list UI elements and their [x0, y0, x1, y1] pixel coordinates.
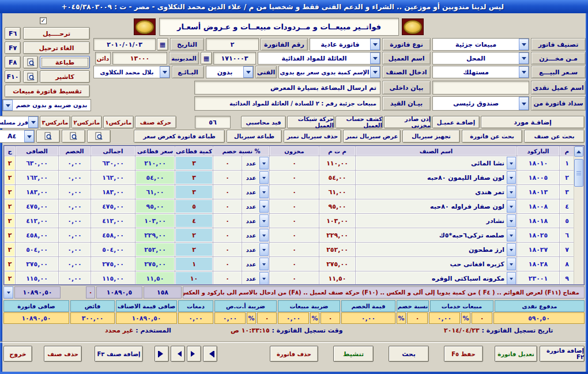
scroll-up-icon[interactable]: [574, 146, 583, 157]
chevron-down-icon[interactable]: [243, 66, 253, 78]
cell-discount-pct[interactable]: ٠: [213, 171, 242, 184]
col-header-name[interactable]: اسم الصنف: [356, 146, 517, 156]
chevron-down-icon[interactable]: [259, 157, 269, 169]
cell-discount[interactable]: ٠,٠٠: [59, 257, 91, 271]
cell-discount-pct[interactable]: ٠: [213, 257, 242, 271]
cancel-transfer-button[interactable]: الغاء ترحيل: [23, 41, 90, 54]
ats-tax-value[interactable]: ٠,٠٠: [214, 312, 246, 324]
tax-mode-dropdown[interactable]: بدون ضريبة و بدون خصم: [2, 99, 91, 111]
unit-dropdown[interactable]: عدد: [242, 257, 269, 271]
cell-barcode[interactable]: ١٨٠٢٨: [517, 257, 559, 271]
cell-price[interactable]: ٢٧٥,٠٠: [135, 257, 175, 271]
table-scrollbar[interactable]: [574, 146, 583, 284]
warehouse-dropdown[interactable]: المحل: [432, 52, 529, 65]
item-name-dropdown[interactable]: نشادر: [356, 214, 517, 228]
cell-discount-pct[interactable]: ٠: [213, 185, 242, 199]
chevron-down-icon[interactable]: [519, 39, 529, 50]
chevron-down-icon[interactable]: [160, 66, 169, 78]
totals-dropdown chevron-down-icon[interactable]: [3, 286, 13, 299]
sale-price-dropdown[interactable]: مستهلك: [432, 66, 529, 78]
cell-discount-pct[interactable]: ٠: [213, 156, 242, 170]
cell-price[interactable]: ٢٥٢,٠٠: [135, 243, 175, 256]
unit-dropdown[interactable]: عدد: [242, 271, 269, 284]
pay-from-dropdown[interactable]: صندوق رئيسى: [432, 96, 529, 111]
cell-price[interactable]: ٢٢٩,٠٠: [135, 228, 175, 242]
matrix2-button[interactable]: ماتركس٢: [71, 116, 102, 129]
cell-quantity[interactable]: ٢: [175, 243, 213, 256]
col-header-net[interactable]: الصافى: [16, 146, 58, 156]
f8-key-button[interactable]: F٨: [5, 56, 21, 69]
chevron-down-icon[interactable]: [259, 186, 269, 198]
chevron-down-icon[interactable]: [259, 272, 269, 284]
col-header-total[interactable]: اجمالى: [91, 146, 135, 156]
cell-discount-pct[interactable]: ٠: [213, 243, 242, 256]
matrix3-button[interactable]: ماتركس٣: [40, 116, 70, 129]
col-header-h[interactable]: ح: [5, 146, 15, 156]
delete-serial-button[interactable]: حذف سيريال نمبر: [284, 130, 341, 143]
technician-dropdown[interactable]: بدون: [206, 66, 254, 78]
chevron-down-icon[interactable]: [259, 200, 269, 213]
add-supplier-button[interactable]: إضافـة مورد: [481, 116, 585, 129]
seller-dropdown[interactable]: بلال محمد النكلاوى: [93, 66, 170, 78]
chevron-down-icon[interactable]: [259, 229, 269, 241]
col-header-price[interactable]: سعر قطاعى: [135, 146, 175, 156]
cell-barcode[interactable]: ١٨٠٢٧: [517, 243, 559, 256]
cell-price[interactable]: ٩٥,٠٠: [135, 199, 175, 213]
exit-button[interactable]: خروج: [3, 346, 32, 362]
discount-pct[interactable]: ٠: [407, 312, 428, 324]
chevron-down-icon[interactable]: [519, 52, 529, 64]
cell-discount-pct[interactable]: ٠: [213, 271, 242, 284]
unit-dropdown[interactable]: عدد: [242, 199, 269, 213]
item-name-dropdown[interactable]: ارز مطحون: [356, 243, 517, 256]
col-header-no[interactable]: م: [560, 146, 574, 156]
date-field[interactable]: ٢٠١٠/٠١/٠٣: [93, 38, 156, 51]
chevron-down-icon[interactable]: [370, 52, 380, 64]
unit-dropdown[interactable]: عدد: [242, 156, 269, 170]
search-button[interactable]: بحث: [389, 346, 429, 362]
col-header-discount[interactable]: الخصم: [59, 146, 91, 156]
cell-price[interactable]: ٥٤,٠٠: [135, 171, 175, 184]
search-item-button[interactable]: بحث عن صنف: [524, 130, 585, 143]
client-code-field[interactable]: ١٧١٠٠٠٣: [213, 52, 256, 65]
item-name-dropdown[interactable]: لون صفار فراوله ٨٠حبه: [356, 199, 517, 213]
services-pct[interactable]: ٠: [472, 312, 492, 324]
col-header-mtm[interactable]: م ت م: [319, 146, 355, 156]
add-invoice-button[interactable]: إضافة فاتورة F٢: [540, 346, 585, 362]
table-row[interactable]: ٢ ٤١٢,٠٠ ٠,٠٠ ٤١٢,٠٠ ١٠٣,٠٠ ٤ ٠ عدد ٠ ١٠…: [5, 214, 574, 228]
print-button[interactable]: طباعة: [40, 56, 90, 69]
cell-barcode[interactable]: ١٨٠٠٨: [517, 199, 559, 213]
table-row[interactable]: ٢ ١٨٣,٠٠ ٠,٠٠ ١٨٣,٠٠ ٦١,٠٠ ٣ ٠ عدد ٠ ٦١,…: [5, 185, 574, 199]
print-serial-button[interactable]: طباعة سيريال: [227, 130, 282, 143]
cell-barcode[interactable]: ١٨٠٢٥: [517, 228, 559, 242]
item-name-dropdown[interactable]: نشا المائى: [356, 156, 517, 170]
cell-barcode[interactable]: ٢٣٠٠١: [517, 271, 559, 284]
chevron-down-icon[interactable]: [507, 214, 516, 227]
table-row[interactable]: ٢ ٦٣٠,٠٠ ٠,٠٠ ٦٣٠,٠٠ ٢١٠,٠٠ ٣ ٠ عدد ٠ ١١…: [5, 156, 574, 170]
cell-barcode[interactable]: ١٨٠١٠: [517, 156, 559, 170]
cash-client-field[interactable]: [432, 81, 529, 95]
sales-tax-value[interactable]: ٠,٠٠: [278, 312, 309, 324]
chevron-down-icon[interactable]: [259, 214, 269, 227]
table-row[interactable]: ٢ ١٦٢,٠٠ ٠,٠٠ ١٦٢,٠٠ ٥٤,٠٠ ٣ ٠ عدد ٠ ٥٤,…: [5, 171, 574, 184]
chevron-down-icon[interactable]: [507, 243, 516, 256]
cell-discount[interactable]: ٠,٠٠: [59, 171, 91, 184]
transfer-button[interactable]: ترحــــيل: [23, 27, 90, 40]
invoice-class-dropdown[interactable]: مبيعات جزئية: [432, 38, 529, 51]
item-name-dropdown[interactable]: صلصه تركى٦حبه*٥ك: [356, 228, 517, 242]
cell-discount[interactable]: ٠,٠٠: [59, 271, 91, 284]
client-name-dropdown[interactable]: العائلة للمواد الغذائية: [258, 52, 380, 65]
cell-quantity[interactable]: ١: [175, 257, 213, 271]
cell-quantity[interactable]: ١٠: [175, 271, 213, 284]
f10-key-button[interactable]: F١٠: [5, 70, 21, 83]
paid-cash-value[interactable]: ٥٩٠,٥٠: [493, 312, 585, 324]
chevron-down-icon[interactable]: [507, 157, 516, 169]
unit-dropdown[interactable]: عدد: [242, 171, 269, 184]
preview-1-button[interactable]: [87, 130, 111, 143]
item-movement-button[interactable]: حركة صنف: [135, 116, 176, 129]
cell-barcode[interactable]: ١٨٠١٨: [517, 214, 559, 228]
chevron-down-icon[interactable]: [259, 171, 269, 184]
cell-quantity[interactable]: ٢: [175, 228, 213, 242]
calendar-button[interactable]: ▦: [157, 38, 168, 51]
table-row[interactable]: ٢ ١١٥,٠٠ ٠,٠٠ ١١٥,٠٠ ١١,٥٠ ١٠ ٠ عدد ٠ ١١…: [5, 271, 574, 284]
stamps-value[interactable]: ٠,٠٠: [178, 312, 213, 324]
